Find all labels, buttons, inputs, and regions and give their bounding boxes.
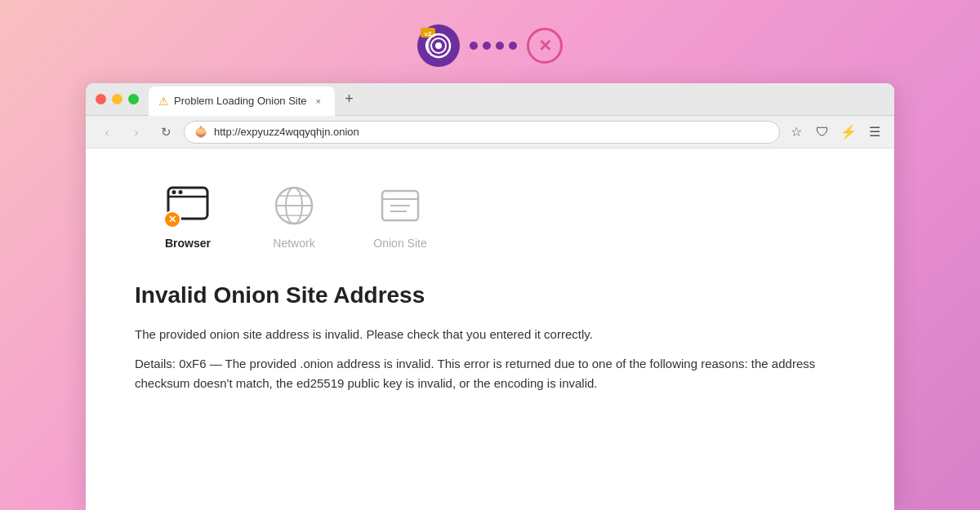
tab-area: ⚠ Problem Loading Onion Site × + [149,83,361,115]
address-bar[interactable]: 🧅 http://expyuzz4wqqyqhjn.onion [184,121,780,144]
shield-icon: 🛡 [816,125,829,140]
nav-right-icons: ☆ 🛡 ⚡ ☰ [786,122,884,142]
steps-row: ✕ Browser Network [135,181,845,250]
title-bar: ⚠ Problem Loading Onion Site × + [86,83,894,116]
error-title: Invalid Onion Site Address [135,282,845,308]
step-onion-site: Onion Site [347,181,453,250]
svg-point-5 [435,42,442,49]
onion-step-svg [379,184,421,227]
network-step-icon-wrap [270,181,318,230]
bookmark-star-button[interactable]: ☆ [786,122,806,142]
shield-button[interactable]: 🛡 [813,122,832,142]
browser-step-icon-wrap: ✕ [163,181,212,230]
browser-error-badge: ✕ [163,211,181,228]
back-button[interactable]: ‹ [96,121,118,144]
tor-connection-dots [470,42,517,50]
dot-2 [483,42,491,50]
step-network-label: Network [273,237,314,250]
maximize-window-button[interactable] [128,94,139,104]
nav-bar: ‹ › ↻ 🧅 http://expyuzz4wqqyqhjn.onion ☆ … [86,116,894,149]
onion-site-icon: 🧅 [194,126,207,138]
step-browser-label: Browser [165,237,211,250]
tor-header: v2 ✕ [417,0,563,83]
tab-close-button[interactable]: × [312,95,325,108]
extension-button[interactable]: ⚡ [839,122,858,142]
menu-button[interactable]: ☰ [865,122,884,142]
forward-button[interactable]: › [125,121,148,144]
network-step-svg [273,184,315,227]
error-details: Details: 0xF6 — The provided .onion addr… [135,354,845,393]
reload-button[interactable]: ↻ [154,121,177,144]
tab-title: Problem Loading Onion Site [174,95,307,107]
page-content: ✕ Browser Network [86,149,894,442]
dot-4 [509,42,517,50]
url-text: http://expyuzz4wqqyqhjn.onion [214,126,769,138]
step-network: Network [241,181,347,250]
tab-warning-icon: ⚠ [158,95,169,108]
dot-3 [496,42,504,50]
svg-point-8 [172,190,176,194]
browser-window: ⚠ Problem Loading Onion Site × + ‹ › ↻ 🧅… [86,83,894,510]
step-onion-label: Onion Site [373,237,426,250]
window-controls [96,94,139,104]
star-icon: ☆ [791,124,802,140]
dot-1 [470,42,478,50]
hamburger-icon: ☰ [869,124,880,140]
svg-point-9 [179,190,183,194]
tor-error-x-icon: ✕ [527,28,563,64]
extension-icon: ⚡ [840,124,857,140]
error-description: The provided onion site address is inval… [135,325,845,344]
forward-icon: › [135,125,139,139]
back-icon: ‹ [105,125,109,139]
close-window-button[interactable] [96,94,106,104]
reload-icon: ↻ [161,125,172,140]
tor-browser-icon: v2 [417,24,460,67]
active-tab[interactable]: ⚠ Problem Loading Onion Site × [149,86,335,116]
step-browser: ✕ Browser [135,181,241,250]
minimize-window-button[interactable] [112,94,122,104]
onion-step-icon-wrap [376,181,425,230]
new-tab-button[interactable]: + [338,88,361,111]
